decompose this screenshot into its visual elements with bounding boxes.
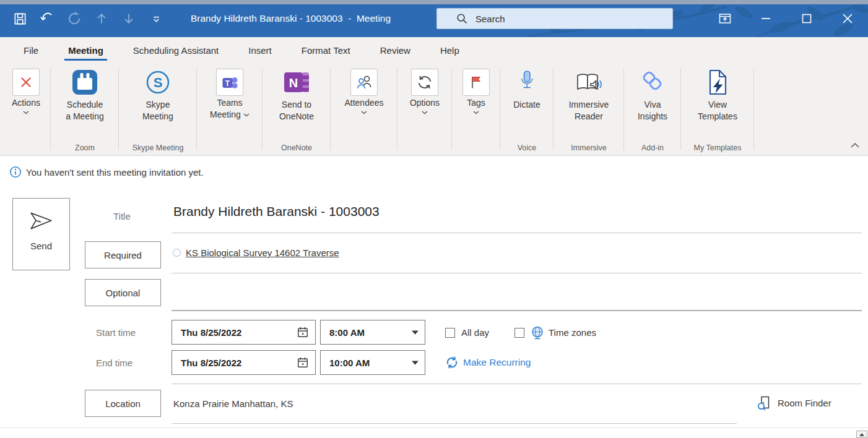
make-recurring-link[interactable]: Make Recurring [445, 356, 531, 369]
teams-meeting-button[interactable]: T Teams Meeting [210, 67, 250, 121]
location-field[interactable]: Konza Prairie Manhattan, KS [173, 398, 293, 409]
outlook-meeting-window: Brandy Hildreth Baranski - 1003003 - Mee… [0, 0, 868, 438]
save-icon[interactable] [10, 7, 30, 30]
zoom-calendar-icon [71, 67, 98, 98]
optional-button[interactable]: Optional [85, 279, 161, 306]
ribbon-group-zoom: Schedule a Meeting Zoom [51, 63, 119, 155]
tab-insert[interactable]: Insert [233, 37, 287, 63]
send-plane-icon [29, 211, 54, 231]
title-label: Title [113, 211, 131, 221]
ribbon: Actions Schedule a Meeting Zoom [0, 63, 868, 156]
divider [171, 384, 862, 384]
start-time-input[interactable]: 8:00 AM [320, 320, 425, 345]
actions-button[interactable]: Actions [12, 67, 40, 114]
title-field[interactable]: Brandy Hildreth Baranski - 1003003 [173, 204, 380, 219]
time-zones-checkbox[interactable] [514, 328, 524, 338]
move-up-icon[interactable] [92, 7, 111, 30]
close-icon[interactable] [835, 6, 861, 32]
divider [171, 310, 862, 311]
tab-format-text[interactable]: Format Text [287, 37, 365, 63]
end-time-label: End time [96, 358, 132, 368]
presence-icon [173, 249, 181, 257]
ribbon-group-attendees: Attendees [331, 63, 397, 155]
end-date-input[interactable]: Thu 8/25/2022 [171, 350, 316, 375]
required-attendee[interactable]: KS Biological Survey 14602 Traverse [173, 247, 339, 258]
calendar-icon [297, 356, 309, 369]
immersive-reader-icon [574, 67, 604, 98]
globe-icon [530, 325, 545, 340]
microphone-icon [513, 67, 540, 98]
options-button[interactable]: Options [410, 67, 440, 114]
ribbon-group-onenote: N Send to OneNote OneNote [263, 63, 331, 155]
flag-icon [462, 69, 490, 96]
viva-insights-icon [639, 67, 666, 98]
triangle-up-icon [859, 433, 864, 436]
maximize-icon[interactable] [794, 6, 820, 32]
collapse-ribbon-icon[interactable] [851, 139, 859, 150]
actions-delete-icon [12, 69, 40, 96]
window-controls [706, 0, 868, 37]
tab-scheduling-assistant[interactable]: Scheduling Assistant [118, 37, 233, 63]
immersive-reader-button[interactable]: Immersive Reader [569, 67, 609, 122]
undo-icon[interactable] [37, 7, 57, 30]
ribbon-group-addin: Viva Insights Add-in [624, 63, 681, 155]
schedule-a-meeting-button[interactable]: Schedule a Meeting [66, 67, 103, 122]
end-time-input[interactable]: 10:00 AM [320, 350, 425, 375]
ribbon-group-voice: Dictate Voice [500, 63, 553, 155]
skype-icon: S [144, 67, 172, 98]
tab-review[interactable]: Review [365, 37, 425, 63]
svg-text:T: T [225, 79, 230, 88]
viva-insights-button[interactable]: Viva Insights [638, 67, 667, 122]
divider [0, 427, 868, 428]
svg-text:N: N [289, 76, 298, 90]
tab-file[interactable]: File [9, 37, 53, 63]
infobar: You haven't sent this meeting invitation… [9, 166, 204, 178]
send-button[interactable]: Send [12, 198, 70, 270]
tags-button[interactable]: Tags [462, 67, 490, 114]
ribbon-group-options: Options [397, 63, 452, 155]
chevron-down-icon [23, 111, 29, 114]
attendees-people-icon [350, 69, 378, 96]
search-box[interactable]: Search [436, 8, 673, 29]
all-day-checkbox[interactable] [445, 328, 455, 338]
onenote-icon: N [283, 67, 310, 98]
required-button[interactable]: Required [85, 241, 161, 268]
recurrence-icon [445, 356, 459, 369]
time-zones-label: Time zones [549, 327, 596, 338]
room-finder-icon [757, 395, 772, 411]
move-down-icon[interactable] [119, 7, 139, 30]
customize-quick-access-icon[interactable] [146, 7, 166, 30]
teams-icon: T [216, 69, 243, 96]
popout-window-icon[interactable] [712, 6, 738, 32]
chevron-down-icon [361, 111, 367, 114]
view-templates-button[interactable]: View Templates [698, 67, 737, 122]
window-title: Brandy Hildreth Baranski - 1003003 - Mee… [191, 0, 391, 37]
send-to-onenote-button[interactable]: N Send to OneNote [279, 67, 314, 122]
svg-text:S: S [154, 75, 163, 90]
redo-icon[interactable] [64, 7, 84, 30]
divider [171, 423, 737, 424]
scroll-up-stepper[interactable] [856, 431, 867, 438]
location-button[interactable]: Location [85, 390, 161, 417]
attendees-button[interactable]: Attendees [344, 67, 383, 114]
divider [171, 233, 862, 233]
calendar-icon [297, 326, 309, 338]
search-placeholder: Search [475, 14, 505, 24]
ribbon-tabs: File Meeting Scheduling Assistant Insert… [0, 37, 868, 63]
tab-meeting[interactable]: Meeting [53, 37, 118, 63]
start-time-label: Start time [96, 327, 136, 338]
tab-help[interactable]: Help [425, 37, 474, 63]
template-document-icon [705, 67, 730, 98]
skype-meeting-button[interactable]: S Skype Meeting [142, 67, 173, 122]
room-finder-button[interactable]: Room Finder [757, 395, 831, 411]
info-icon [9, 166, 22, 178]
ribbon-group-skype: S Skype Meeting Skype Meeting [119, 63, 197, 155]
titlebar: Brandy Hildreth Baranski - 1003003 - Mee… [0, 0, 868, 37]
divider [171, 273, 862, 273]
dictate-button[interactable]: Dictate [513, 67, 540, 111]
start-date-input[interactable]: Thu 8/25/2022 [171, 320, 316, 345]
minimize-icon[interactable] [753, 6, 779, 32]
ribbon-group-my-templates: View Templates My Templates [681, 63, 754, 155]
ribbon-group-immersive: Immersive Reader Immersive [553, 63, 624, 155]
chevron-down-icon [422, 111, 428, 114]
